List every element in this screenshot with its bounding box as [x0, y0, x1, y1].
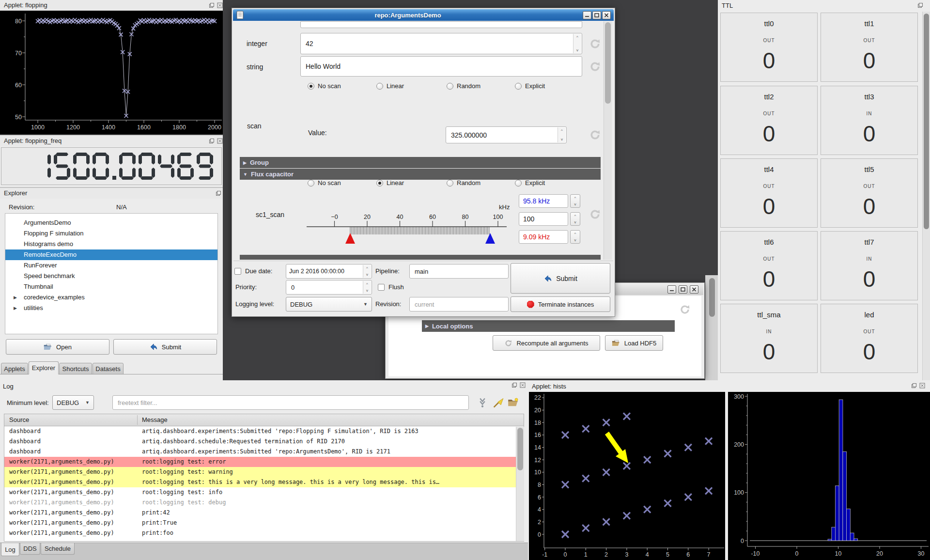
- minimize-button[interactable]: [583, 11, 591, 19]
- log-row[interactable]: worker(2171,arguments_demo.py)root:loggi…: [4, 467, 524, 477]
- close-icon[interactable]: [217, 2, 223, 8]
- minimize-button[interactable]: [667, 285, 676, 294]
- experiment-item-Flopping F simulation[interactable]: Flopping F simulation: [5, 228, 217, 239]
- clipped-argument-field[interactable]: [300, 21, 582, 28]
- experiment-item-utilities[interactable]: ▶utilities: [5, 303, 217, 313]
- ttl-channel-led[interactable]: ledOUT0: [821, 304, 918, 373]
- logging-level-select[interactable]: DEBUG ▼: [286, 297, 372, 311]
- submit-button[interactable]: Submit: [511, 263, 610, 294]
- log-row[interactable]: worker(2171,arguments_demo.py)root:loggi…: [4, 487, 524, 498]
- group-header[interactable]: ▶Group: [240, 157, 601, 168]
- ttl-channel-ttl2[interactable]: ttl2OUT0: [720, 86, 818, 155]
- ttl-channel-ttl1[interactable]: ttl1OUT0: [821, 13, 918, 82]
- recompute-string-icon[interactable]: [589, 61, 601, 73]
- close-button[interactable]: [690, 285, 698, 294]
- scan-max-spin-buttons[interactable]: ^v: [570, 194, 580, 208]
- recompute-arguments-icon[interactable]: [679, 304, 691, 315]
- scan-points-input[interactable]: 100: [519, 212, 568, 226]
- revision-input[interactable]: current: [409, 297, 509, 311]
- recompute-integer-icon[interactable]: [589, 38, 601, 50]
- radio-random[interactable]: [447, 83, 453, 90]
- hists-scatter-plot[interactable]: 0246810121416182022-101234567: [529, 392, 725, 560]
- save-log-folder-icon[interactable]: [508, 397, 519, 408]
- experiment-item-RunForever[interactable]: RunForever: [5, 260, 217, 271]
- experiment-item-ArgumentsDemo[interactable]: ArgumentsDemo: [5, 218, 217, 228]
- recompute-sc1-scan-icon[interactable]: [589, 208, 601, 220]
- tab-schedule[interactable]: Schedule: [41, 543, 75, 555]
- log-filter-input[interactable]: freetext filter...: [112, 395, 469, 410]
- float-icon[interactable]: [917, 2, 923, 8]
- log-column-source[interactable]: Source: [9, 416, 29, 423]
- integer-input[interactable]: 42 ^v: [300, 33, 582, 54]
- terminate-instances-button[interactable]: Terminate instances: [511, 296, 610, 312]
- experiment-item-RemoteExecDemo[interactable]: RemoteExecDemo: [5, 249, 217, 260]
- scan-points-spin-buttons[interactable]: ^v: [570, 212, 580, 226]
- tab-datasets[interactable]: Datasets: [93, 363, 124, 374]
- clear-log-broom-icon[interactable]: [492, 397, 504, 408]
- log-row[interactable]: worker(2171,arguments_demo.py)print:42: [4, 508, 524, 518]
- radio-linear[interactable]: [376, 83, 383, 90]
- scan-value-spin-buttons[interactable]: ^v: [558, 127, 566, 142]
- experiment-item-coredevice_examples[interactable]: ▶coredevice_examples: [5, 292, 217, 303]
- float-icon[interactable]: [209, 2, 215, 8]
- ttl-channel-ttl6[interactable]: ttl6OUT0: [720, 231, 818, 300]
- local-options-header[interactable]: ▶ Local options: [422, 320, 675, 332]
- recompute-scan-icon[interactable]: [589, 129, 601, 141]
- flux-capacitor-header[interactable]: ▼Flux capacitor: [240, 169, 601, 180]
- scroll-to-bottom-icon[interactable]: [477, 397, 488, 408]
- tab-shortcuts[interactable]: Shortcuts: [59, 363, 92, 374]
- log-row[interactable]: worker(2171,arguments_demo.py)print:foo: [4, 528, 524, 538]
- due-date-input[interactable]: Jun 2 2016 00:00:00 ^v: [286, 264, 372, 279]
- log-row[interactable]: dashboardartiq.dashboard.experiments:Sub…: [4, 426, 524, 436]
- due-date-spin-buttons[interactable]: ^v: [363, 265, 371, 278]
- log-table[interactable]: dashboardartiq.dashboard.experiments:Sub…: [4, 426, 524, 542]
- log-row[interactable]: worker(2171,arguments_demo.py)print:True: [4, 518, 524, 528]
- explorer-submit-button[interactable]: Submit: [113, 339, 217, 355]
- args-window-titlebar[interactable]: repo:ArgumentsDemo: [233, 9, 614, 21]
- ttl-channel-ttl7[interactable]: ttl7IN0: [821, 231, 918, 300]
- experiment-item-Histograms demo[interactable]: Histograms demo: [5, 239, 217, 249]
- experiment-item-Thumbnail[interactable]: Thumbnail: [5, 281, 217, 292]
- open-button[interactable]: Open: [6, 339, 109, 355]
- close-icon[interactable]: [217, 138, 223, 144]
- radio-random[interactable]: [447, 180, 453, 187]
- ttl-channel-ttl_sma[interactable]: ttl_smaIN0: [720, 304, 818, 373]
- log-row[interactable]: worker(2171,arguments_demo.py)root:loggi…: [4, 498, 524, 508]
- radio-explicit[interactable]: [515, 180, 522, 187]
- log-row[interactable]: worker(2171,arguments_demo.py)root:loggi…: [4, 477, 524, 487]
- maximize-button[interactable]: [592, 11, 601, 19]
- string-input[interactable]: Hello World: [300, 56, 582, 77]
- maximize-button[interactable]: [679, 285, 687, 294]
- experiment-item-Speed benchmark[interactable]: Speed benchmark: [5, 271, 217, 281]
- scan-range-slider[interactable]: −020406080100: [305, 212, 513, 245]
- args-window-scrollbar[interactable]: [604, 21, 612, 260]
- scan-value-input[interactable]: 325.000000 ^v: [446, 126, 567, 143]
- radio-linear[interactable]: [376, 180, 383, 187]
- priority-spin-buttons[interactable]: ^v: [363, 281, 371, 294]
- log-column-message[interactable]: Message: [142, 416, 168, 423]
- ttl-channel-ttl4[interactable]: ttl4OUT0: [720, 158, 818, 228]
- tab-applets[interactable]: Applets: [1, 363, 28, 374]
- log-row[interactable]: dashboardartiq.dashboard.experiments:Sub…: [4, 447, 524, 457]
- scan-min-spin-buttons[interactable]: ^v: [570, 230, 580, 244]
- log-scrollbar[interactable]: [516, 427, 524, 541]
- recompute-all-arguments-button[interactable]: Recompute all arguments: [493, 335, 600, 351]
- ttl-channel-ttl3[interactable]: ttl3IN0: [821, 86, 918, 155]
- hists-histogram-plot[interactable]: 0100200300-100102030: [728, 392, 930, 560]
- experiment-tree[interactable]: ArgumentsDemoFlopping F simulationHistog…: [5, 213, 218, 334]
- ttl-channel-ttl5[interactable]: ttl5OUT0: [821, 158, 918, 228]
- radio-no-scan[interactable]: [308, 180, 314, 187]
- close-icon[interactable]: [919, 383, 925, 389]
- ttl-scrollbar[interactable]: [922, 12, 930, 380]
- log-table-header[interactable]: Source Message: [4, 414, 524, 426]
- tab-log[interactable]: Log: [1, 543, 19, 556]
- minimum-level-select[interactable]: DEBUG ▼: [52, 395, 94, 410]
- log-row[interactable]: dashboardartiq.dashboard.schedule:Reques…: [4, 436, 524, 447]
- flopping-plot[interactable]: 50607080100012001400160018002000: [0, 11, 223, 135]
- float-icon[interactable]: [512, 382, 517, 388]
- ttl-channel-ttl0[interactable]: ttl0OUT0: [720, 13, 818, 82]
- integer-spin-buttons[interactable]: ^v: [573, 34, 581, 53]
- priority-input[interactable]: 0 ^v: [286, 280, 372, 295]
- tab-dds[interactable]: DDS: [20, 543, 40, 555]
- float-icon[interactable]: [911, 383, 917, 389]
